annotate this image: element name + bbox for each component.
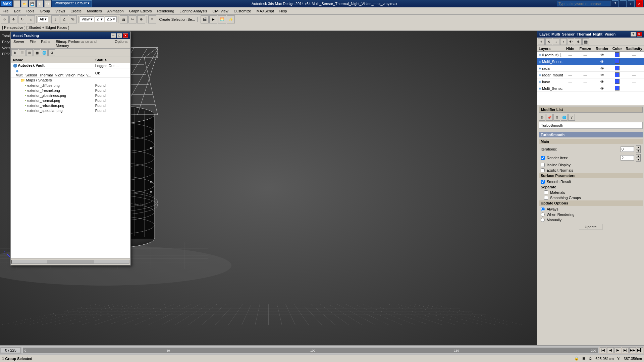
move-tool[interactable]: ✛: [9, 15, 17, 23]
layer-2-radio[interactable]: —: [624, 66, 644, 70]
help-icon[interactable]: ?: [612, 0, 619, 7]
redo-icon[interactable]: ↪: [44, 0, 51, 7]
color-swatch-0[interactable]: [615, 52, 620, 57]
angle-snap[interactable]: ∠: [60, 15, 68, 23]
layer-4-render[interactable]: 👁: [594, 80, 610, 84]
menu-animation[interactable]: Animation: [105, 7, 126, 14]
table-row[interactable]: 📁 Maps / Shaders: [11, 78, 130, 83]
ts-render-iters-input[interactable]: [621, 155, 634, 161]
render-setup[interactable]: 🎬: [201, 15, 209, 23]
menu-graph-editors[interactable]: Graph Editors: [126, 7, 155, 14]
color-swatch-4[interactable]: [615, 79, 620, 84]
ref-coord[interactable]: 2. ▾: [95, 16, 104, 22]
layer-0-hide[interactable]: —: [564, 53, 577, 57]
down-arrow[interactable]: ▼: [636, 149, 641, 153]
layer-manager[interactable]: ≡: [148, 15, 156, 23]
table-row[interactable]: ▪ exterior_normal.png Found: [11, 98, 130, 103]
percent-snap[interactable]: %: [69, 15, 77, 23]
dialog-maximize-btn[interactable]: □: [117, 33, 122, 38]
mod-pin-btn[interactable]: 📌: [546, 114, 553, 121]
layer-1-color[interactable]: [610, 59, 624, 64]
menu-maxscript[interactable]: MAXScript: [254, 7, 277, 14]
layer-0-render[interactable]: 👁: [594, 53, 610, 57]
at-thumb-btn[interactable]: ▦: [34, 49, 40, 56]
select-tool[interactable]: ⊹: [1, 15, 9, 23]
layer-1-hide[interactable]: —: [564, 60, 577, 64]
layer-2-freeze[interactable]: —: [577, 66, 594, 70]
menu-customize[interactable]: Customize: [231, 7, 254, 14]
table-row[interactable]: ▪ exterior_diffuse.png Found: [11, 83, 130, 88]
list-item[interactable]: ◈ 0 (default) — — 👁 —: [537, 52, 644, 58]
layer-select-from-btn[interactable]: ↑: [560, 38, 567, 45]
at-refresh-btn[interactable]: ↻: [11, 49, 18, 56]
at-grid-btn[interactable]: ⊞: [26, 49, 33, 56]
list-item[interactable]: ◈ Multi_Senso...Night ✓ — — 👁 —: [537, 58, 644, 65]
dialog-minimize-btn[interactable]: ─: [111, 33, 116, 38]
menu-tools[interactable]: Tools: [23, 7, 37, 14]
table-row[interactable]: ▪ exterior_specular.png Found: [11, 108, 130, 113]
pb-prev-frame[interactable]: ◀: [607, 347, 614, 353]
ts-smoothing-checkbox[interactable]: [544, 196, 548, 200]
at-list-btn[interactable]: ☰: [19, 49, 25, 56]
menu-create[interactable]: Create: [68, 7, 84, 14]
undo-icon[interactable]: ↩: [37, 0, 43, 7]
layer-0-radio[interactable]: —: [624, 53, 644, 57]
menu-help[interactable]: Help: [277, 7, 290, 14]
layer-5-freeze[interactable]: —: [577, 86, 594, 90]
new-icon[interactable]: □: [13, 0, 20, 7]
menu-lighting[interactable]: Lighting Analysis: [177, 7, 210, 14]
layer-5-color[interactable]: [610, 86, 624, 91]
ts-update-header[interactable]: Update Options: [539, 200, 643, 206]
asset-tracking-title[interactable]: Asset Tracking ─ □ ✕: [11, 32, 130, 39]
at-menu-bitmap[interactable]: Bitmap Performance and Memory: [53, 39, 112, 48]
menu-rendering[interactable]: Rendering: [155, 7, 177, 14]
at-menu-paths[interactable]: Paths: [38, 39, 53, 48]
save-icon[interactable]: 💾: [29, 0, 36, 7]
at-menu-file[interactable]: File: [27, 39, 38, 48]
down-arrow-r[interactable]: ▼: [636, 158, 641, 162]
layer-3-hide[interactable]: —: [564, 73, 577, 77]
ts-materials-checkbox[interactable]: [544, 190, 548, 194]
layer-freeze-all-btn[interactable]: ❄: [575, 38, 582, 45]
ts-manually-radio[interactable]: [541, 218, 545, 222]
menu-file[interactable]: File: [0, 7, 11, 14]
menu-views[interactable]: Views: [53, 7, 68, 14]
pb-end[interactable]: ▶▌: [637, 347, 643, 353]
layer-4-radio[interactable]: —: [624, 80, 644, 84]
menu-group[interactable]: Group: [37, 7, 53, 14]
at-globe-btn[interactable]: 🌐: [41, 49, 48, 56]
ts-explicit-checkbox[interactable]: [541, 168, 545, 172]
bind-space[interactable]: ⊕: [137, 15, 145, 23]
create-sel[interactable]: Create Selection Se...: [157, 17, 198, 22]
env-btn[interactable]: 🌅: [218, 15, 226, 23]
dialog-scrollbar[interactable]: [11, 260, 129, 264]
close-icon[interactable]: ✕: [636, 0, 643, 7]
pb-play[interactable]: ▶: [614, 347, 621, 353]
pb-next-frame[interactable]: ▶|: [622, 347, 629, 353]
asset-tracking-dialog[interactable]: Asset Tracking ─ □ ✕ Server File Paths B…: [10, 32, 131, 265]
ts-update-button[interactable]: Update: [579, 224, 602, 230]
mod-help-btn[interactable]: ?: [568, 114, 575, 121]
rotate-tool[interactable]: ↻: [18, 15, 26, 23]
up-arrow-r[interactable]: ▲: [636, 154, 641, 158]
list-item[interactable]: ◈ radar — — 👁 —: [537, 65, 644, 72]
at-menu-options[interactable]: Options: [112, 39, 130, 48]
layer-4-hide[interactable]: —: [564, 80, 577, 84]
layer-1-freeze[interactable]: —: [577, 60, 594, 64]
menu-edit[interactable]: Edit: [11, 7, 23, 14]
frame-display[interactable]: 0 / 225: [1, 348, 21, 353]
layer-4-freeze[interactable]: —: [577, 80, 594, 84]
layer-dialog-title[interactable]: Layer: Multi_Sensor_Thermal_Night_Vision…: [537, 31, 644, 38]
layer-add-selection-btn[interactable]: ↓: [553, 38, 559, 45]
layer-dialog[interactable]: Layer: Multi_Sensor_Thermal_Night_Vision…: [537, 31, 644, 233]
menu-civil[interactable]: Civil View: [210, 7, 231, 14]
pb-next-key[interactable]: ▶▶: [629, 347, 636, 353]
layer-2-render[interactable]: 👁: [594, 66, 610, 70]
ts-isoline-checkbox[interactable]: [541, 163, 545, 167]
timeline-bar[interactable]: 0 50 100 150 200: [23, 348, 598, 353]
layer-0-freeze[interactable]: —: [577, 53, 594, 57]
table-row[interactable]: ▪ exterior_fresnel.png Found: [11, 88, 130, 93]
color-swatch-2[interactable]: [615, 66, 620, 70]
maximize-icon[interactable]: □: [628, 0, 635, 7]
ts-main-header[interactable]: Main: [539, 139, 643, 144]
